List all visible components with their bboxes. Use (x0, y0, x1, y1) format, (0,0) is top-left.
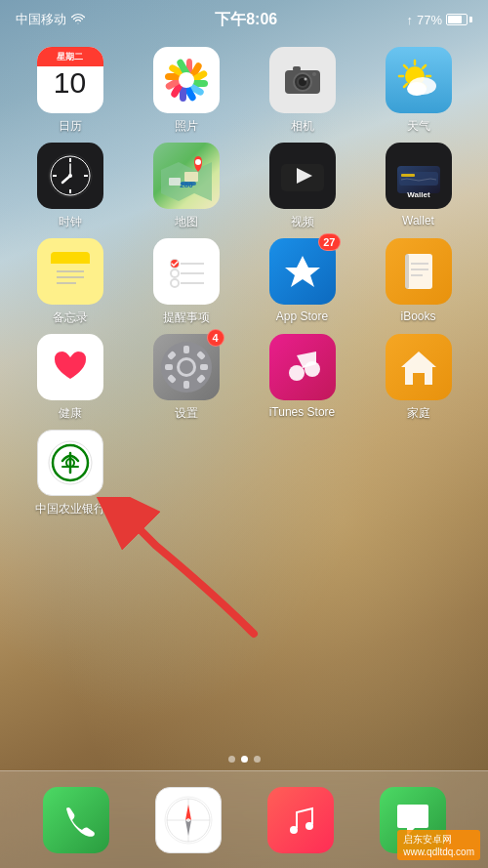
app-calendar-icon: 星期二 10 (37, 47, 103, 113)
app-settings-badge: 4 (207, 329, 224, 347)
app-ibooks-label: iBooks (400, 310, 435, 323)
app-weather[interactable]: 天气 (370, 47, 468, 135)
app-notes[interactable]: 备忘录 (21, 238, 119, 326)
svg-rect-6 (293, 66, 301, 71)
battery-indicator (446, 14, 472, 25)
app-appstore[interactable]: 27 App Store (254, 238, 351, 326)
app-home-wrap (386, 334, 452, 400)
app-clock-label: 时钟 (59, 214, 82, 230)
carrier-text: 中国移动 (16, 11, 66, 28)
svg-line-16 (404, 84, 407, 87)
svg-rect-31 (181, 182, 196, 186)
app-videos-label: 视频 (291, 214, 314, 230)
svg-point-82 (290, 826, 298, 834)
app-camera-label: 相机 (291, 118, 314, 135)
app-health-icon (37, 334, 103, 400)
app-itunes[interactable]: iTunes Store (254, 334, 351, 422)
app-bank-label: 中国农业银行 (35, 501, 105, 517)
app-weather-wrap (386, 47, 452, 113)
app-settings-wrap: 4 (153, 334, 220, 400)
app-photos[interactable]: 照片 (138, 47, 235, 135)
app-empty-1 (138, 430, 235, 517)
battery-percent: 77% (417, 13, 442, 27)
app-photos-label: 照片 (175, 118, 198, 135)
app-camera-icon (269, 47, 336, 113)
app-home[interactable]: 家庭 (370, 334, 468, 422)
svg-rect-61 (183, 346, 189, 353)
app-calendar[interactable]: 星期二 10 日历 (21, 47, 119, 135)
svg-rect-41 (51, 260, 90, 264)
app-clock-wrap (37, 143, 103, 209)
app-health-label: 健康 (59, 405, 82, 422)
app-bank[interactable]: 中国农业银行 (21, 430, 119, 517)
app-row-4: 健康 (12, 334, 476, 422)
dock-phone[interactable] (43, 787, 109, 853)
app-maps-wrap: 280 (153, 143, 220, 209)
svg-point-7 (312, 72, 316, 76)
app-clock-icon (37, 143, 103, 209)
page-dot-3 (254, 756, 261, 763)
app-bank-wrap (37, 430, 103, 496)
app-appstore-label: App Store (276, 310, 328, 323)
watermark-line1: 启东安卓网 (403, 833, 474, 847)
app-notes-label: 备忘录 (53, 310, 88, 326)
wifi-icon (70, 13, 86, 26)
app-maps-icon: 280 (153, 143, 220, 209)
app-videos[interactable]: 视频 (254, 143, 351, 230)
app-settings-label: 设置 (175, 405, 198, 422)
svg-point-60 (180, 360, 193, 374)
svg-rect-53 (405, 254, 432, 289)
app-reminders-label: 提醒事项 (163, 310, 210, 326)
svg-line-13 (404, 65, 407, 68)
svg-point-69 (289, 365, 305, 381)
app-home-label: 家庭 (407, 405, 430, 422)
app-reminders[interactable]: 提醒事项 (138, 238, 235, 326)
calendar-date: 10 (54, 68, 86, 98)
svg-rect-28 (169, 178, 181, 186)
app-camera-wrap (269, 47, 336, 113)
app-row-5: 中国农业银行 (12, 430, 476, 517)
svg-point-5 (304, 78, 306, 81)
svg-point-0 (179, 72, 194, 88)
svg-point-27 (68, 174, 72, 178)
dock-safari[interactable] (155, 787, 222, 853)
app-clock[interactable]: 时钟 (21, 143, 119, 230)
app-notes-wrap (37, 238, 103, 305)
app-empty-2 (254, 430, 351, 517)
status-left: 中国移动 (16, 11, 86, 28)
app-wallet-icon: Wallet (386, 143, 452, 209)
app-wallet[interactable]: Wallet Wallet (370, 143, 468, 230)
app-ibooks-wrap (386, 238, 452, 305)
app-notes-icon (37, 238, 103, 305)
app-camera[interactable]: 相机 (254, 47, 351, 135)
app-maps[interactable]: 280 地图 (138, 143, 235, 230)
app-row-1: 星期二 10 日历 (12, 47, 476, 135)
app-videos-icon (269, 143, 336, 209)
app-home-icon (386, 334, 452, 400)
app-appstore-badge: 27 (318, 233, 340, 251)
app-calendar-label: 日历 (59, 118, 82, 135)
app-photos-icon (153, 47, 220, 113)
svg-point-83 (305, 822, 313, 830)
dock-phone-icon (43, 787, 109, 853)
page-dot-2 (241, 756, 248, 763)
svg-text:Wallet: Wallet (407, 190, 430, 199)
page-dot-1 (228, 756, 235, 763)
app-ibooks[interactable]: iBooks (370, 238, 468, 326)
svg-rect-62 (183, 381, 189, 389)
app-weather-label: 天气 (407, 118, 430, 135)
app-bank-icon (37, 430, 103, 496)
app-empty-3 (370, 430, 468, 517)
app-health[interactable]: 健康 (21, 334, 119, 422)
svg-point-18 (407, 82, 427, 96)
dock-safari-icon (155, 787, 222, 853)
app-row-2: 时钟 280 地图 (12, 143, 476, 230)
app-itunes-icon (269, 334, 336, 400)
svg-point-32 (195, 159, 201, 165)
app-settings[interactable]: 4 设置 (138, 334, 235, 422)
dock-music[interactable] (267, 787, 334, 853)
app-reminders-wrap (153, 238, 220, 305)
watermark: 启东安卓网 www.qdltdq.com (397, 830, 480, 860)
app-reminders-icon (153, 238, 220, 305)
signal-arrow: ↑ (406, 13, 413, 27)
